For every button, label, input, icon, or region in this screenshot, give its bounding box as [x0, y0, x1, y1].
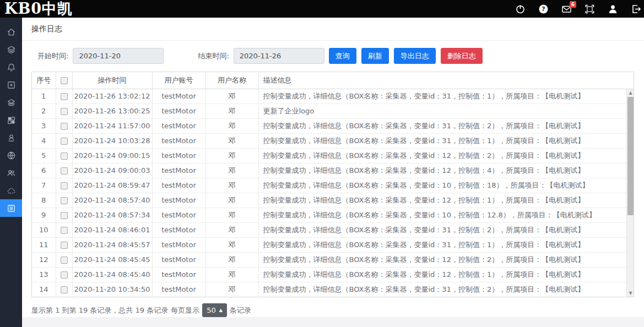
records-summary: 显示第 1 到第 19 条记录，总共 19 条记录: [31, 306, 168, 315]
refresh-button[interactable]: 刷新: [361, 48, 389, 64]
export-log-button[interactable]: 导出日志: [394, 48, 436, 64]
row-checkbox[interactable]: [61, 152, 68, 160]
table-row: 52020-11-24 09:00:15testMotor邓控制变量成功，详细信…: [32, 148, 634, 163]
help-icon[interactable]: ?: [539, 4, 548, 14]
sidebar-item-operation-log[interactable]: [0, 199, 22, 217]
cell-time: 2020-11-24 10:03:28: [72, 133, 152, 148]
scrollbar-down-icon[interactable]: ▼: [627, 290, 634, 297]
svg-text:?: ?: [542, 6, 545, 13]
mail-icon[interactable]: 6: [562, 4, 571, 14]
cell-index: 6: [32, 163, 56, 178]
cell-description: 控制变量成功，详细信息（BOX名称：采集器，变量id：12，控制值：1），所属项…: [258, 193, 634, 208]
sidebar-item-home[interactable]: [0, 23, 22, 41]
cell-checkbox: [56, 163, 72, 178]
stack-icon: [7, 98, 16, 107]
table-row: 112020-11-24 08:45:57testMotor邓控制变量成功，详细…: [32, 237, 634, 252]
table-row: 132020-11-24 08:45:40testMotor邓控制变量成功，详细…: [32, 267, 634, 282]
query-button[interactable]: 查询: [329, 48, 356, 64]
caret-up-icon: ▲: [219, 308, 223, 313]
topbar-icon-group: ? 6: [516, 4, 644, 14]
cell-time: 2020-11-26 13:02:12: [72, 89, 152, 103]
table-scrollbar[interactable]: ▲ ▼: [626, 89, 634, 297]
cell-account: testMotor: [152, 163, 205, 178]
cell-username: 邓: [205, 267, 258, 282]
cell-index: 5: [32, 148, 56, 163]
cell-checkbox: [56, 237, 72, 252]
row-checkbox[interactable]: [61, 182, 68, 189]
log-table-body: 12020-11-26 13:02:12testMotor邓控制变量成功，详细信…: [32, 89, 634, 297]
row-checkbox[interactable]: [61, 286, 68, 293]
cell-account: testMotor: [152, 133, 205, 148]
cell-checkbox: [56, 193, 72, 208]
row-checkbox[interactable]: [61, 123, 68, 130]
sidebar-item-stack[interactable]: [0, 94, 22, 111]
row-checkbox[interactable]: [61, 108, 68, 115]
cell-description: 控制变量成功，详细信息（BOX名称：采集器，变量id：12，控制值：4），所属项…: [258, 163, 634, 178]
logout-icon[interactable]: [631, 4, 641, 14]
cell-account: testMotor: [152, 178, 205, 193]
column-header-index: 序号: [32, 72, 56, 89]
row-checkbox[interactable]: [61, 227, 68, 234]
cell-account: testMotor: [152, 267, 205, 282]
cell-account: testMotor: [152, 282, 205, 297]
sidebar-item-modules[interactable]: [0, 111, 22, 129]
row-checkbox[interactable]: [61, 93, 68, 100]
fullscreen-icon[interactable]: [585, 4, 594, 14]
table-row: 72020-11-24 08:59:47testMotor邓控制变量成功，详细信…: [32, 178, 634, 193]
row-checkbox[interactable]: [61, 138, 68, 145]
cell-time: 2020-11-24 11:57:00: [72, 118, 152, 133]
delete-log-button[interactable]: 删除日志: [441, 48, 483, 64]
cell-checkbox: [56, 252, 72, 267]
select-all-checkbox[interactable]: [61, 77, 68, 84]
table-row: 12020-11-26 13:02:12testMotor邓控制变量成功，详细信…: [32, 89, 634, 103]
cell-index: 11: [32, 237, 56, 252]
column-header-checkbox: [56, 72, 72, 89]
scrollbar-thumb[interactable]: [627, 97, 634, 215]
table-row: 22020-11-26 13:00:25testMotor邓更新了企业logo: [32, 103, 634, 118]
sidebar-item-globe[interactable]: [0, 146, 22, 164]
row-checkbox[interactable]: [61, 271, 68, 279]
user-icon[interactable]: [608, 4, 618, 14]
cell-username: 邓: [205, 237, 258, 252]
cell-username: 邓: [205, 178, 258, 193]
cell-index: 3: [32, 118, 56, 133]
cell-username: 邓: [205, 222, 258, 237]
end-time-input[interactable]: [234, 48, 324, 64]
column-header-username: 用户名称: [205, 72, 258, 89]
cell-time: 2020-11-24 08:45:40: [72, 267, 152, 282]
cell-index: 4: [32, 133, 56, 148]
log-table: 序号 操作时间 用户账号 用户名称 描述信息 12020-11-26 13:02…: [31, 72, 634, 297]
row-checkbox[interactable]: [61, 242, 68, 249]
cell-checkbox: [56, 178, 72, 193]
app-logo: KB0中凯: [0, 0, 73, 18]
per-page-suffix: 条记录: [230, 306, 251, 315]
sidebar-item-cloud[interactable]: [0, 182, 22, 199]
sidebar-item-layers[interactable]: [0, 41, 22, 58]
cell-account: testMotor: [152, 252, 205, 267]
cell-description: 控制变量成功，详细信息（BOX名称：采集器，变量id：31，控制值：1），所属项…: [258, 237, 634, 252]
grid-icon: [7, 116, 16, 125]
cell-index: 9: [32, 208, 56, 222]
globe-icon: [7, 151, 16, 160]
cell-description: 控制变量成功，详细信息（BOX名称：采集器，变量id：31，控制值：2），所属项…: [258, 222, 634, 237]
start-time-input[interactable]: [73, 48, 164, 64]
power-icon[interactable]: [516, 4, 525, 14]
cell-account: testMotor: [152, 118, 205, 133]
cell-time: 2020-11-20 10:34:50: [72, 282, 152, 297]
table-row: 102020-11-24 08:46:01testMotor邓控制变量成功，详细…: [32, 222, 634, 237]
sidebar-item-users[interactable]: [0, 164, 22, 182]
sidebar-item-add-window[interactable]: [0, 76, 22, 94]
row-checkbox[interactable]: [61, 167, 68, 175]
cell-description: 控制变量成功，详细信息（BOX名称：采集器，变量id：10，控制值：18），所属…: [258, 178, 634, 193]
sidebar-item-notifications[interactable]: [0, 58, 22, 76]
scrollbar-up-icon[interactable]: ▲: [627, 89, 634, 96]
home-icon: [7, 28, 16, 37]
row-checkbox[interactable]: [61, 257, 68, 264]
cell-username: 邓: [205, 252, 258, 267]
cell-checkbox: [56, 118, 72, 133]
per-page-select[interactable]: 50 ▲: [202, 303, 227, 317]
sidebar-item-user-pin[interactable]: [0, 129, 22, 146]
row-checkbox[interactable]: [61, 212, 68, 219]
cell-account: testMotor: [152, 222, 205, 237]
row-checkbox[interactable]: [61, 197, 68, 204]
